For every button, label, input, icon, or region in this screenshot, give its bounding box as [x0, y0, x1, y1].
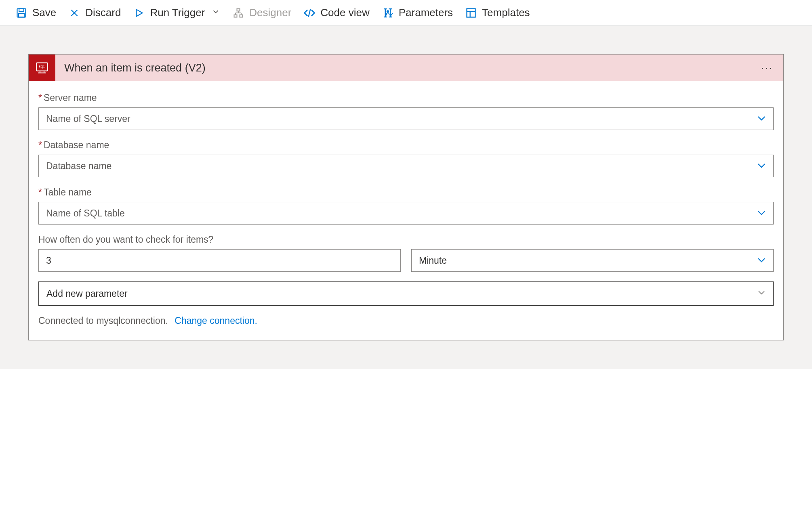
play-icon	[133, 7, 145, 19]
toolbar: Save Discard Run Trigger	[0, 0, 812, 26]
server-name-field: *Server name	[38, 92, 774, 130]
database-name-field: *Database name	[38, 140, 774, 177]
parameters-label: Parameters	[399, 6, 453, 19]
table-name-label: *Table name	[38, 187, 774, 198]
card-menu-button[interactable]: ···	[751, 61, 783, 74]
svg-rect-15	[467, 8, 475, 17]
frequency-unit-select[interactable]	[411, 249, 774, 272]
card-title: When an item is created (V2)	[55, 62, 751, 74]
svg-rect-12	[240, 15, 243, 17]
card-body: *Server name *Database name	[29, 81, 783, 340]
add-new-parameter-label: Add new parameter	[46, 288, 128, 299]
templates-label: Templates	[482, 6, 530, 19]
server-name-input[interactable]	[38, 107, 774, 130]
templates-button[interactable]: Templates	[462, 4, 533, 21]
run-trigger-label: Run Trigger	[150, 6, 205, 19]
close-icon	[68, 7, 80, 19]
frequency-label: How often do you want to check for items…	[38, 234, 774, 245]
connection-status: Connected to mysqlconnection. Change con…	[38, 315, 774, 334]
designer-icon	[232, 7, 244, 19]
save-button[interactable]: Save	[12, 4, 59, 21]
svg-rect-1	[19, 8, 24, 11]
chevron-down-icon	[757, 288, 766, 300]
trigger-card: SQL When an item is created (V2) ··· *Se…	[28, 54, 784, 340]
templates-icon	[465, 7, 477, 19]
add-new-parameter-dropdown[interactable]: Add new parameter	[38, 281, 774, 306]
code-view-button[interactable]: Code view	[300, 4, 372, 21]
svg-marker-5	[137, 9, 143, 16]
change-connection-link[interactable]: Change connection.	[175, 315, 257, 326]
discard-label: Discard	[85, 6, 121, 19]
svg-point-14	[387, 10, 389, 13]
designer-button: Designer	[229, 4, 295, 21]
run-trigger-button[interactable]: Run Trigger	[130, 4, 223, 21]
connection-text: Connected to mysqlconnection.	[38, 315, 168, 326]
discard-button[interactable]: Discard	[65, 4, 124, 21]
parameters-button[interactable]: Parameters	[379, 4, 456, 21]
frequency-field: How often do you want to check for items…	[38, 234, 774, 272]
database-name-input[interactable]	[38, 155, 774, 177]
save-icon	[15, 7, 27, 19]
designer-canvas: SQL When an item is created (V2) ··· *Se…	[0, 26, 812, 369]
table-name-input[interactable]	[38, 202, 774, 225]
interval-input[interactable]	[38, 249, 401, 272]
parameters-icon	[382, 7, 394, 19]
code-icon	[303, 7, 316, 19]
svg-rect-6	[237, 8, 240, 11]
svg-rect-11	[234, 15, 237, 17]
code-view-label: Code view	[320, 6, 369, 19]
svg-rect-2	[19, 13, 24, 17]
server-name-label: *Server name	[38, 92, 774, 103]
svg-text:SQL: SQL	[39, 65, 46, 69]
card-header[interactable]: SQL When an item is created (V2) ···	[29, 55, 783, 81]
svg-line-13	[309, 9, 311, 17]
chevron-down-icon	[211, 6, 220, 19]
table-name-field: *Table name	[38, 187, 774, 225]
save-label: Save	[32, 6, 56, 19]
database-name-label: *Database name	[38, 140, 774, 151]
designer-label: Designer	[249, 6, 291, 19]
sql-connector-icon: SQL	[29, 55, 55, 81]
